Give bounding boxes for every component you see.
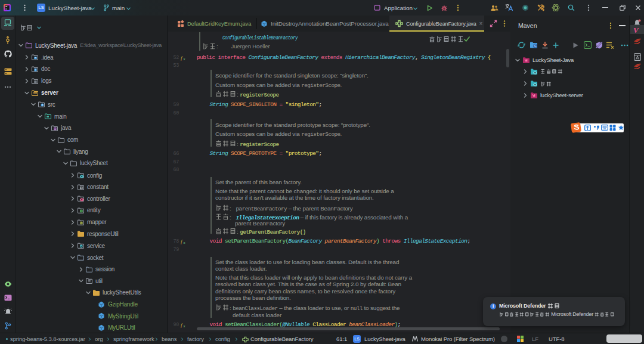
svg-text:f: f [181,55,183,61]
svg-text:x: x [184,57,185,61]
svg-text:x: x [184,324,185,328]
svg-text:x: x [184,241,185,244]
svg-text:f: f [181,238,183,244]
svg-text:f: f [181,321,183,327]
